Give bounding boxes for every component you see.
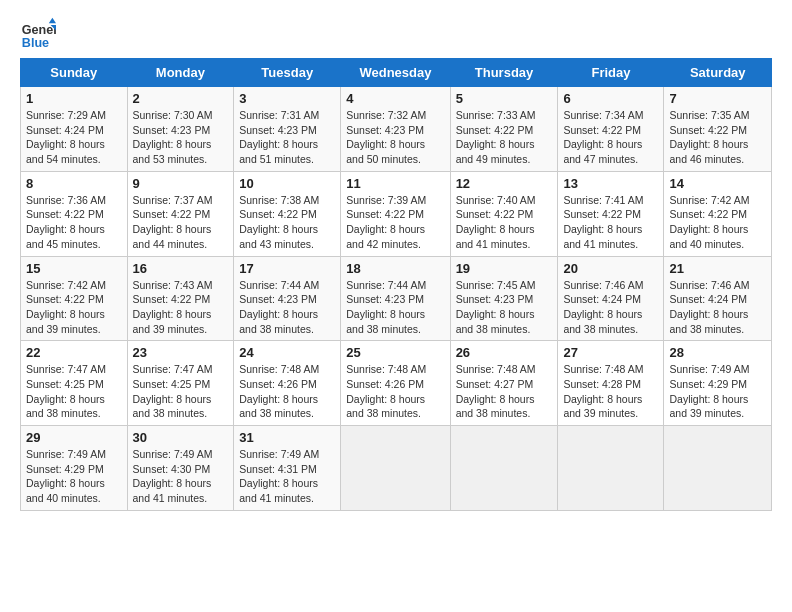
day-cell-5: 5 Sunrise: 7:33 AMSunset: 4:22 PMDayligh…: [450, 87, 558, 172]
day-info: Sunrise: 7:47 AMSunset: 4:25 PMDaylight:…: [133, 363, 213, 419]
day-cell-26: 26 Sunrise: 7:48 AMSunset: 4:27 PMDaylig…: [450, 341, 558, 426]
day-cell-11: 11 Sunrise: 7:39 AMSunset: 4:22 PMDaylig…: [341, 171, 450, 256]
day-cell-4: 4 Sunrise: 7:32 AMSunset: 4:23 PMDayligh…: [341, 87, 450, 172]
day-info: Sunrise: 7:49 AMSunset: 4:31 PMDaylight:…: [239, 448, 319, 504]
day-cell-7: 7 Sunrise: 7:35 AMSunset: 4:22 PMDayligh…: [664, 87, 772, 172]
day-info: Sunrise: 7:34 AMSunset: 4:22 PMDaylight:…: [563, 109, 643, 165]
days-of-week-row: SundayMondayTuesdayWednesdayThursdayFrid…: [21, 59, 772, 87]
empty-cell: [558, 426, 664, 511]
day-cell-10: 10 Sunrise: 7:38 AMSunset: 4:22 PMDaylig…: [234, 171, 341, 256]
day-cell-21: 21 Sunrise: 7:46 AMSunset: 4:24 PMDaylig…: [664, 256, 772, 341]
day-cell-30: 30 Sunrise: 7:49 AMSunset: 4:30 PMDaylig…: [127, 426, 234, 511]
day-number: 20: [563, 261, 658, 276]
day-number: 10: [239, 176, 335, 191]
day-info: Sunrise: 7:30 AMSunset: 4:23 PMDaylight:…: [133, 109, 213, 165]
day-info: Sunrise: 7:47 AMSunset: 4:25 PMDaylight:…: [26, 363, 106, 419]
day-of-week-friday: Friday: [558, 59, 664, 87]
week-row-5: 29 Sunrise: 7:49 AMSunset: 4:29 PMDaylig…: [21, 426, 772, 511]
day-number: 3: [239, 91, 335, 106]
day-number: 29: [26, 430, 122, 445]
day-info: Sunrise: 7:46 AMSunset: 4:24 PMDaylight:…: [563, 279, 643, 335]
day-of-week-thursday: Thursday: [450, 59, 558, 87]
day-number: 1: [26, 91, 122, 106]
day-number: 5: [456, 91, 553, 106]
day-cell-23: 23 Sunrise: 7:47 AMSunset: 4:25 PMDaylig…: [127, 341, 234, 426]
day-number: 7: [669, 91, 766, 106]
day-info: Sunrise: 7:48 AMSunset: 4:26 PMDaylight:…: [239, 363, 319, 419]
day-number: 22: [26, 345, 122, 360]
calendar-table: SundayMondayTuesdayWednesdayThursdayFrid…: [20, 58, 772, 511]
day-info: Sunrise: 7:48 AMSunset: 4:26 PMDaylight:…: [346, 363, 426, 419]
day-info: Sunrise: 7:32 AMSunset: 4:23 PMDaylight:…: [346, 109, 426, 165]
day-number: 2: [133, 91, 229, 106]
day-number: 9: [133, 176, 229, 191]
day-info: Sunrise: 7:41 AMSunset: 4:22 PMDaylight:…: [563, 194, 643, 250]
day-number: 19: [456, 261, 553, 276]
day-cell-2: 2 Sunrise: 7:30 AMSunset: 4:23 PMDayligh…: [127, 87, 234, 172]
day-cell-31: 31 Sunrise: 7:49 AMSunset: 4:31 PMDaylig…: [234, 426, 341, 511]
day-info: Sunrise: 7:44 AMSunset: 4:23 PMDaylight:…: [346, 279, 426, 335]
day-info: Sunrise: 7:42 AMSunset: 4:22 PMDaylight:…: [26, 279, 106, 335]
day-number: 6: [563, 91, 658, 106]
day-info: Sunrise: 7:37 AMSunset: 4:22 PMDaylight:…: [133, 194, 213, 250]
empty-cell: [450, 426, 558, 511]
day-cell-28: 28 Sunrise: 7:49 AMSunset: 4:29 PMDaylig…: [664, 341, 772, 426]
day-cell-29: 29 Sunrise: 7:49 AMSunset: 4:29 PMDaylig…: [21, 426, 128, 511]
day-info: Sunrise: 7:38 AMSunset: 4:22 PMDaylight:…: [239, 194, 319, 250]
day-number: 31: [239, 430, 335, 445]
day-info: Sunrise: 7:48 AMSunset: 4:28 PMDaylight:…: [563, 363, 643, 419]
logo-icon: General Blue: [20, 16, 56, 52]
day-number: 27: [563, 345, 658, 360]
day-number: 12: [456, 176, 553, 191]
day-info: Sunrise: 7:31 AMSunset: 4:23 PMDaylight:…: [239, 109, 319, 165]
day-info: Sunrise: 7:44 AMSunset: 4:23 PMDaylight:…: [239, 279, 319, 335]
day-cell-3: 3 Sunrise: 7:31 AMSunset: 4:23 PMDayligh…: [234, 87, 341, 172]
day-cell-8: 8 Sunrise: 7:36 AMSunset: 4:22 PMDayligh…: [21, 171, 128, 256]
day-cell-1: 1 Sunrise: 7:29 AMSunset: 4:24 PMDayligh…: [21, 87, 128, 172]
day-number: 23: [133, 345, 229, 360]
day-number: 26: [456, 345, 553, 360]
day-of-week-monday: Monday: [127, 59, 234, 87]
day-info: Sunrise: 7:49 AMSunset: 4:29 PMDaylight:…: [669, 363, 749, 419]
day-cell-24: 24 Sunrise: 7:48 AMSunset: 4:26 PMDaylig…: [234, 341, 341, 426]
day-cell-6: 6 Sunrise: 7:34 AMSunset: 4:22 PMDayligh…: [558, 87, 664, 172]
week-row-4: 22 Sunrise: 7:47 AMSunset: 4:25 PMDaylig…: [21, 341, 772, 426]
day-number: 21: [669, 261, 766, 276]
svg-text:Blue: Blue: [22, 36, 49, 50]
day-number: 11: [346, 176, 444, 191]
day-number: 25: [346, 345, 444, 360]
day-number: 28: [669, 345, 766, 360]
day-cell-12: 12 Sunrise: 7:40 AMSunset: 4:22 PMDaylig…: [450, 171, 558, 256]
day-of-week-saturday: Saturday: [664, 59, 772, 87]
empty-cell: [341, 426, 450, 511]
day-number: 18: [346, 261, 444, 276]
day-info: Sunrise: 7:49 AMSunset: 4:30 PMDaylight:…: [133, 448, 213, 504]
day-number: 13: [563, 176, 658, 191]
week-row-3: 15 Sunrise: 7:42 AMSunset: 4:22 PMDaylig…: [21, 256, 772, 341]
day-info: Sunrise: 7:33 AMSunset: 4:22 PMDaylight:…: [456, 109, 536, 165]
day-info: Sunrise: 7:46 AMSunset: 4:24 PMDaylight:…: [669, 279, 749, 335]
day-number: 16: [133, 261, 229, 276]
day-number: 24: [239, 345, 335, 360]
day-cell-27: 27 Sunrise: 7:48 AMSunset: 4:28 PMDaylig…: [558, 341, 664, 426]
day-info: Sunrise: 7:35 AMSunset: 4:22 PMDaylight:…: [669, 109, 749, 165]
day-cell-16: 16 Sunrise: 7:43 AMSunset: 4:22 PMDaylig…: [127, 256, 234, 341]
day-cell-14: 14 Sunrise: 7:42 AMSunset: 4:22 PMDaylig…: [664, 171, 772, 256]
day-of-week-sunday: Sunday: [21, 59, 128, 87]
day-cell-17: 17 Sunrise: 7:44 AMSunset: 4:23 PMDaylig…: [234, 256, 341, 341]
empty-cell: [664, 426, 772, 511]
week-row-1: 1 Sunrise: 7:29 AMSunset: 4:24 PMDayligh…: [21, 87, 772, 172]
day-number: 8: [26, 176, 122, 191]
day-cell-9: 9 Sunrise: 7:37 AMSunset: 4:22 PMDayligh…: [127, 171, 234, 256]
day-cell-22: 22 Sunrise: 7:47 AMSunset: 4:25 PMDaylig…: [21, 341, 128, 426]
day-of-week-wednesday: Wednesday: [341, 59, 450, 87]
day-info: Sunrise: 7:29 AMSunset: 4:24 PMDaylight:…: [26, 109, 106, 165]
day-number: 17: [239, 261, 335, 276]
svg-marker-2: [49, 18, 56, 23]
week-row-2: 8 Sunrise: 7:36 AMSunset: 4:22 PMDayligh…: [21, 171, 772, 256]
day-info: Sunrise: 7:45 AMSunset: 4:23 PMDaylight:…: [456, 279, 536, 335]
day-of-week-tuesday: Tuesday: [234, 59, 341, 87]
day-info: Sunrise: 7:39 AMSunset: 4:22 PMDaylight:…: [346, 194, 426, 250]
day-info: Sunrise: 7:49 AMSunset: 4:29 PMDaylight:…: [26, 448, 106, 504]
day-info: Sunrise: 7:40 AMSunset: 4:22 PMDaylight:…: [456, 194, 536, 250]
